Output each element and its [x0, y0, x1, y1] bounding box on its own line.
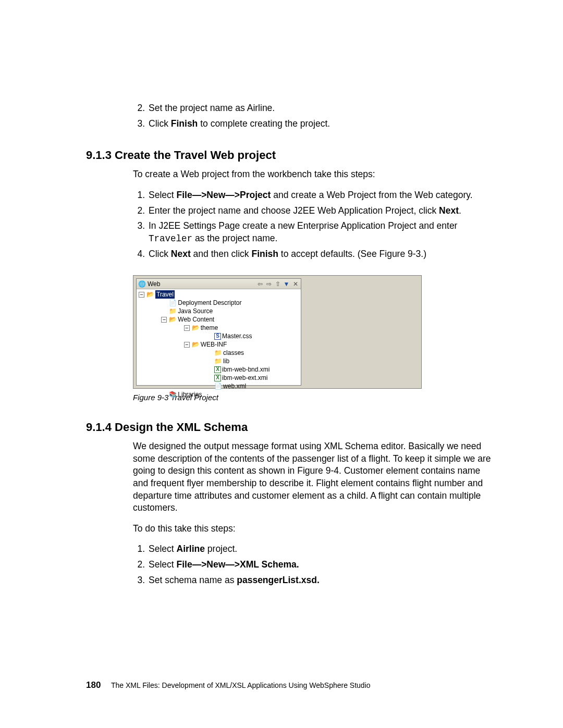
tree-row[interactable]: −📂 WEB-INF	[138, 340, 301, 349]
heading-9-1-3: 9.1.3 Create the Travel Web project	[86, 149, 495, 162]
tree-label: ibm-web-ext.xmi	[222, 374, 267, 382]
up-icon[interactable]: ⇧	[274, 280, 281, 287]
tree-label: Libraries	[178, 390, 202, 399]
tree-label: Web Content	[178, 315, 214, 324]
page-footer: 180 The XML Files: Development of XML/XS…	[86, 680, 371, 690]
list-item: Click Next and then click Finish to acce…	[148, 248, 495, 261]
folder-open-icon: 📂	[192, 325, 200, 331]
forward-icon[interactable]: ⇨	[265, 280, 272, 287]
figure-9-3-screenshot: 🌐 Web ⇦ ⇨ ⇧ ▼ ✕ −📂 Travel 📄 Deployment D…	[133, 275, 422, 389]
tree-label: Master.css	[222, 332, 252, 340]
list-item: In J2EE Settings Page create a new Enter…	[148, 220, 495, 245]
page-container: Set the project name as Airline.Click Fi…	[0, 0, 563, 728]
deployment-descriptor-icon: 📄	[169, 300, 177, 306]
tree-label: ibm-web-bnd.xmi	[222, 365, 270, 374]
list-item: Select File—>New—>Project and create a W…	[148, 189, 495, 202]
tree-expander[interactable]: −	[139, 292, 144, 298]
intro-913: To create a Web project from the workben…	[133, 168, 495, 181]
tree-row[interactable]: X ibm-web-bnd.xmi	[138, 365, 301, 374]
webxml-icon: 📄	[214, 383, 222, 390]
web-navigator-pane: 🌐 Web ⇦ ⇨ ⇧ ▼ ✕ −📂 Travel 📄 Deployment D…	[136, 278, 301, 386]
tree-row[interactable]: 📄 Deployment Descriptor	[138, 299, 301, 307]
list-914: Select Airline project.Select File—>New—…	[133, 543, 495, 586]
folder-open-icon: 📂	[146, 291, 154, 298]
tree-row[interactable]: −📂 Travel	[138, 290, 301, 299]
stylesheet-icon: S	[214, 333, 221, 340]
tree-label: Travel	[155, 290, 175, 299]
tree-label: Java Source	[178, 307, 213, 315]
list-item: Set schema name as passengerList.xsd.	[148, 574, 495, 587]
tree-label: lib	[223, 357, 229, 365]
list-913: Select File—>New—>Project and create a W…	[133, 189, 495, 261]
web-pane-icon: 🌐	[139, 280, 145, 287]
tree-row[interactable]: −📂 theme	[138, 324, 301, 332]
tree-label: Deployment Descriptor	[178, 299, 241, 307]
tree-label: classes	[223, 349, 244, 357]
tree-label: WEB-INF	[201, 340, 227, 349]
para-914-1: We designed the output message format us…	[133, 440, 495, 514]
tree-row[interactable]: 📁 lib	[138, 357, 301, 365]
footer-text: The XML Files: Development of XML/XSL Ap…	[111, 681, 371, 689]
folder-open-icon: 📂	[169, 316, 177, 323]
tree-expander[interactable]: −	[161, 317, 167, 323]
top-ordered-list: Set the project name as Airline.Click Fi…	[133, 102, 495, 130]
folder-closed-icon: 📁	[214, 358, 222, 365]
web-pane-titlebar: 🌐 Web ⇦ ⇨ ⇧ ▼ ✕	[137, 279, 301, 289]
para-914-2: To do this take this steps:	[133, 523, 495, 535]
page-number: 180	[86, 680, 101, 690]
folder-closed-icon: 📁	[169, 308, 177, 315]
folder-open-icon: 📂	[192, 341, 200, 348]
web-pane-title: Web	[148, 280, 160, 288]
libraries-icon: 📚	[169, 391, 177, 398]
tree-row[interactable]: 📁 Java Source	[138, 307, 301, 315]
tree-row[interactable]: 📁 classes	[138, 349, 301, 357]
project-tree[interactable]: −📂 Travel 📄 Deployment Descriptor 📁 Java…	[137, 289, 301, 399]
heading-9-1-4: 9.1.4 Design the XML Schema	[86, 421, 495, 434]
tree-row[interactable]: 📄 web.xml	[138, 382, 301, 390]
back-icon[interactable]: ⇦	[256, 280, 263, 287]
list-item: Enter the project name and choose J2EE W…	[148, 205, 495, 217]
xml-file-icon: X	[214, 366, 221, 373]
tree-row[interactable]: −📂 Web Content	[138, 315, 301, 324]
folder-closed-icon: 📁	[214, 350, 222, 356]
tree-row[interactable]: 📚 Libraries	[138, 390, 301, 399]
tree-label: theme	[201, 324, 218, 332]
content-body: Set the project name as Airline.Click Fi…	[133, 102, 495, 586]
list-item: Select Airline project.	[148, 543, 495, 556]
tree-label: web.xml	[223, 382, 246, 390]
list-item: Select File—>New—>XML Schema.	[148, 559, 495, 571]
tree-expander[interactable]: −	[184, 325, 190, 331]
list-item: Click Finish to complete creating the pr…	[148, 118, 495, 130]
tree-row[interactable]: X ibm-web-ext.xmi	[138, 374, 301, 382]
menu-dropdown-icon[interactable]: ▼	[283, 280, 290, 287]
close-pane-icon[interactable]: ✕	[292, 280, 299, 287]
tree-expander[interactable]: −	[184, 342, 190, 348]
xml-file-icon: X	[214, 375, 221, 381]
tree-row[interactable]: S Master.css	[138, 332, 301, 340]
list-item: Set the project name as Airline.	[148, 102, 495, 115]
